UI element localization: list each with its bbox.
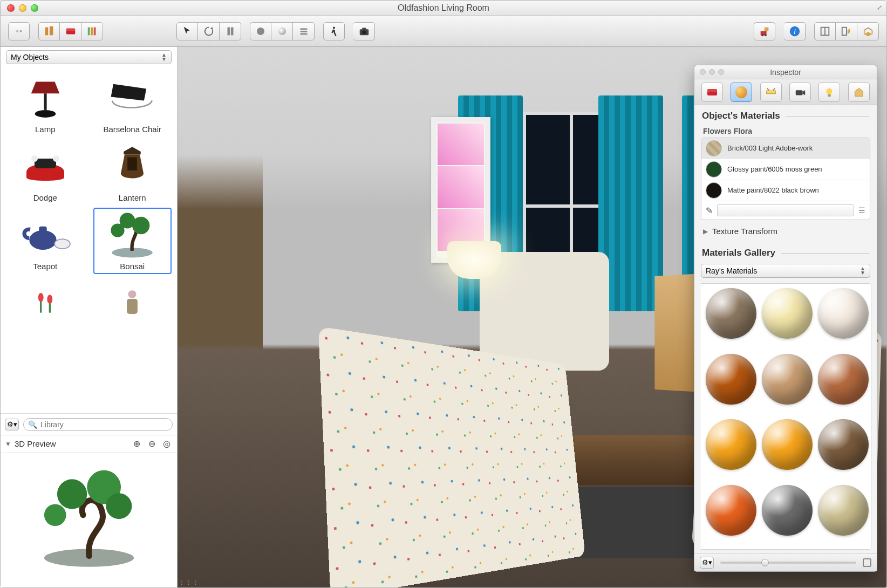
- inspector-tab-building[interactable]: [848, 83, 870, 102]
- search-icon: 🔍: [28, 420, 37, 429]
- material-ball[interactable]: [706, 288, 756, 339]
- material-row[interactable]: Brick/003 Light Adobe-work: [701, 138, 870, 159]
- list-menu-icon[interactable]: ☰: [858, 206, 865, 215]
- gallery-settings-button[interactable]: ⚙▾: [700, 557, 714, 569]
- material-ball[interactable]: [762, 485, 813, 536]
- svg-rect-52: [828, 94, 831, 97]
- material-ball[interactable]: [762, 354, 813, 405]
- walkthrough-button[interactable]: [323, 22, 345, 40]
- svg-point-28: [31, 155, 38, 162]
- library-search[interactable]: 🔍: [23, 418, 173, 431]
- toggle-sidebar-button[interactable]: ↔: [8, 22, 30, 40]
- material-ball[interactable]: [818, 485, 869, 536]
- view-3d-button[interactable]: [857, 22, 879, 40]
- svg-point-26: [35, 110, 56, 118]
- object-label: Bonsai: [120, 262, 145, 271]
- svg-rect-24: [842, 27, 846, 35]
- person-icon: [103, 279, 162, 328]
- object-item-person[interactable]: [93, 276, 172, 331]
- record-alt-button[interactable]: [271, 22, 293, 40]
- object-item-teapot[interactable]: Teapot: [6, 208, 85, 274]
- library-misc-button[interactable]: [81, 22, 103, 40]
- inspector-tab-lights[interactable]: [818, 83, 840, 102]
- object-label: Lantern: [119, 193, 146, 202]
- snapshot-button[interactable]: [353, 22, 375, 40]
- info-button[interactable]: i: [784, 22, 806, 40]
- object-label: Barselona Chair: [103, 125, 161, 134]
- preview-disclosure[interactable]: ▼: [5, 440, 11, 448]
- zoom-in-button[interactable]: ⊕: [131, 438, 142, 450]
- library-settings-button[interactable]: ⚙▾: [5, 419, 19, 430]
- material-ball[interactable]: [762, 419, 813, 470]
- inspector-tab-object[interactable]: [701, 83, 723, 102]
- fullscreen-icon[interactable]: ⤢: [877, 4, 882, 11]
- preview-viewport[interactable]: [1, 453, 177, 587]
- svg-rect-6: [93, 27, 95, 35]
- inspector-tabs: [694, 79, 877, 105]
- library-buildings-button[interactable]: [38, 22, 60, 40]
- close-window-button[interactable]: [7, 4, 15, 12]
- record-button[interactable]: [250, 22, 271, 40]
- material-row[interactable]: Matte paint/8022 black brown: [701, 180, 870, 201]
- material-ball[interactable]: [818, 354, 869, 405]
- material-picker-field[interactable]: [717, 204, 854, 216]
- pane-resize-handle[interactable]: ⋮⋮⋮: [179, 579, 200, 586]
- inspector-tab-materials[interactable]: [731, 83, 752, 102]
- material-swatch-icon: [706, 182, 722, 199]
- svg-point-17: [762, 34, 764, 36]
- inspector-tab-camera[interactable]: [789, 83, 811, 102]
- material-row[interactable]: Glossy paint/6005 moss green: [701, 159, 870, 180]
- svg-rect-7: [227, 27, 230, 35]
- material-ball[interactable]: [762, 288, 813, 339]
- zoom-fit-button[interactable]: ◎: [161, 438, 173, 450]
- view-2d3d-button[interactable]: [836, 22, 857, 40]
- svg-rect-4: [87, 27, 90, 35]
- inspector-tab-measure[interactable]: [760, 83, 782, 102]
- object-category-select[interactable]: My Objects ▲▼: [6, 50, 172, 64]
- object-item-lantern[interactable]: Lantern: [93, 139, 172, 206]
- record-list-button[interactable]: [293, 22, 315, 40]
- library-search-input[interactable]: [40, 420, 168, 429]
- preview-title: 3D Preview: [15, 439, 127, 448]
- material-ball[interactable]: [818, 288, 869, 339]
- svg-rect-0: [45, 27, 49, 35]
- tool-rotate-button[interactable]: [198, 22, 220, 40]
- thumbnail-size-slider[interactable]: [720, 562, 856, 564]
- svg-rect-1: [50, 26, 53, 35]
- svg-rect-10: [300, 31, 307, 32]
- tool-select-button[interactable]: [176, 22, 198, 40]
- material-ball[interactable]: [706, 485, 756, 536]
- material-ball[interactable]: [706, 419, 756, 470]
- material-ball[interactable]: [818, 419, 869, 470]
- import-model-button[interactable]: [754, 22, 775, 40]
- inspector-titlebar[interactable]: Inspector: [694, 65, 877, 79]
- object-item-barselona-chair[interactable]: Barselona Chair: [93, 71, 172, 137]
- object-item-dodge[interactable]: Dodge: [6, 139, 85, 206]
- svg-point-40: [128, 290, 137, 298]
- svg-rect-8: [230, 27, 233, 35]
- svg-point-36: [132, 217, 149, 234]
- chevron-updown-icon: ▲▼: [161, 53, 167, 61]
- svg-point-37: [111, 223, 125, 237]
- tool-walls-button[interactable]: [220, 22, 241, 40]
- eyedropper-icon[interactable]: ✎: [706, 206, 713, 216]
- section-materials-gallery: Materials Gallery: [694, 242, 877, 262]
- object-item-tulips[interactable]: [6, 276, 85, 331]
- zoom-out-button[interactable]: ⊖: [146, 438, 158, 450]
- library-furniture-button[interactable]: [60, 22, 81, 40]
- object-item-bonsai[interactable]: Bonsai: [93, 208, 172, 274]
- inspector-footer: ⚙▾: [694, 553, 877, 571]
- minimize-window-button[interactable]: [19, 4, 26, 12]
- view-2d-button[interactable]: [814, 22, 836, 40]
- svg-point-31: [29, 230, 56, 250]
- texture-transform-disclosure[interactable]: ▶ Texture Transform: [694, 220, 877, 242]
- tulips-icon: [16, 279, 75, 328]
- traffic-lights: [1, 4, 38, 12]
- material-ball[interactable]: [706, 354, 756, 405]
- car-icon: [16, 142, 75, 191]
- chair-icon: [103, 74, 162, 122]
- zoom-window-button[interactable]: [31, 4, 38, 12]
- gallery-category-select[interactable]: Ray's Materials ▲▼: [701, 264, 870, 278]
- material-label: Glossy paint/6005 moss green: [727, 166, 822, 174]
- object-item-lamp[interactable]: Lamp: [6, 71, 85, 137]
